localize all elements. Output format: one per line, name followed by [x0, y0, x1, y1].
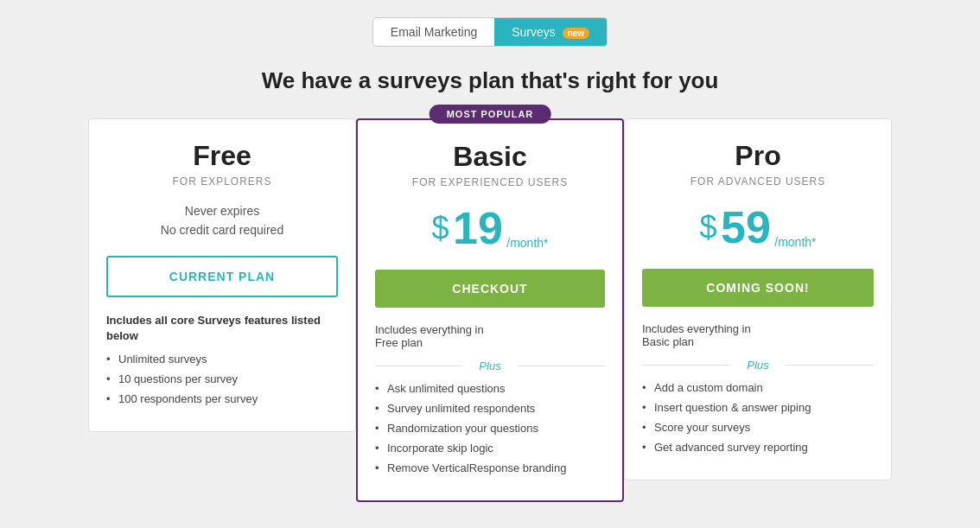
- plan-name-basic: Basic: [375, 141, 605, 173]
- features-list-free: Unlimited surveys 10 questions per surve…: [106, 353, 338, 405]
- list-item: Get advanced survey reporting: [642, 441, 874, 454]
- price-value-pro: 59: [721, 202, 771, 252]
- surveys-new-badge: new: [563, 28, 589, 39]
- price-period-pro: /month*: [774, 235, 816, 249]
- features-list-basic: Ask unlimited questions Survey unlimited…: [375, 382, 605, 474]
- list-item: 10 questions per survey: [106, 372, 338, 385]
- plus-divider-basic: Plus: [375, 358, 605, 373]
- plus-text-pro: Plus: [747, 359, 768, 372]
- includes-label-pro: Includes everything in: [642, 322, 751, 335]
- tab-switcher: Email Marketing Surveys new: [372, 17, 608, 47]
- price-value-basic: 19: [453, 203, 503, 253]
- most-popular-banner: MOST POPULAR: [430, 105, 551, 124]
- page-title: We have a surveys plan that's right for …: [262, 67, 719, 94]
- list-item: Insert question & answer piping: [642, 401, 874, 414]
- list-item: Survey unlimited respondents: [375, 402, 605, 415]
- list-item: Incorporate skip logic: [375, 442, 605, 455]
- list-item: Add a custom domain: [642, 381, 874, 394]
- free-credit-text: No credit card required: [106, 220, 338, 239]
- price-dollar-pro: $: [699, 209, 716, 245]
- price-dollar-basic: $: [431, 210, 449, 245]
- plan-price-basic: $ 19 /month*: [375, 202, 605, 254]
- plus-divider-pro: Plus: [642, 357, 874, 372]
- plan-subtitle-free: FOR EXPLORERS: [106, 175, 338, 188]
- list-item: Remove VerticalResponse branding: [375, 461, 605, 474]
- free-expires-text: Never expires: [106, 201, 338, 220]
- features-intro-free: Includes all core Surveys features liste…: [106, 313, 338, 344]
- plan-name-pro: Pro: [642, 140, 874, 172]
- list-item: Randomization your questions: [375, 422, 605, 435]
- plan-subtitle-pro: FOR ADVANCED USERS: [642, 175, 874, 188]
- list-item: Unlimited surveys: [106, 353, 338, 366]
- price-period-basic: /month*: [506, 236, 548, 250]
- list-item: Score your surveys: [642, 421, 874, 434]
- plan-card-pro: Pro FOR ADVANCED USERS $ 59 /month* COMI…: [624, 118, 892, 480]
- features-list-pro: Add a custom domain Insert question & an…: [642, 381, 874, 454]
- coming-soon-button[interactable]: COMING SOON!: [642, 269, 874, 307]
- tab-surveys-label: Surveys: [512, 25, 556, 39]
- tab-email-marketing[interactable]: Email Marketing: [373, 18, 494, 46]
- plan-card-basic: MOST POPULAR Basic FOR EXPERIENCED USERS…: [356, 118, 624, 502]
- plan-price-pro: $ 59 /month*: [642, 201, 874, 253]
- includes-plan-basic: Free plan: [375, 336, 423, 349]
- includes-text-basic: Includes everything in Free plan: [375, 323, 605, 349]
- tab-surveys[interactable]: Surveys new: [494, 18, 607, 46]
- current-plan-button[interactable]: CURRENT PLAN: [106, 256, 338, 297]
- free-plan-info: Never expires No credit card required: [106, 201, 338, 240]
- plans-container: Free FOR EXPLORERS Never expires No cred…: [67, 118, 913, 502]
- checkout-button[interactable]: CHECKOUT: [375, 270, 605, 308]
- includes-label-basic: Includes everything in: [375, 323, 484, 336]
- list-item: Ask unlimited questions: [375, 382, 605, 395]
- plus-text-basic: Plus: [479, 359, 500, 372]
- plan-name-free: Free: [106, 140, 338, 172]
- includes-plan-pro: Basic plan: [642, 335, 694, 348]
- plan-subtitle-basic: FOR EXPERIENCED USERS: [375, 176, 605, 188]
- list-item: 100 respondents per survey: [106, 392, 338, 405]
- includes-text-pro: Includes everything in Basic plan: [642, 322, 874, 348]
- plan-card-free: Free FOR EXPLORERS Never expires No cred…: [88, 118, 356, 432]
